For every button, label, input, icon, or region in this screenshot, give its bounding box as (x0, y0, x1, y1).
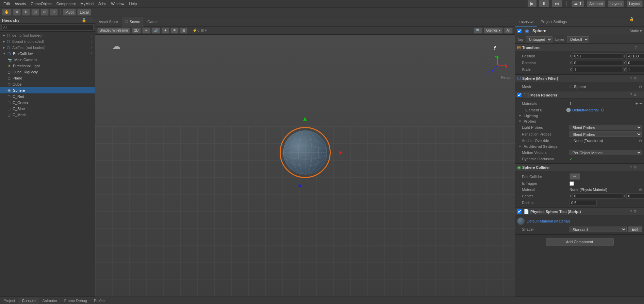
all-btn[interactable]: All (504, 28, 513, 34)
add-material-btn[interactable]: + (635, 101, 638, 106)
material-circle-0[interactable]: ⊙ (601, 107, 605, 112)
reflection-probes-select[interactable]: Blend Probes (569, 131, 642, 137)
rotate-tool[interactable]: ↻ (22, 9, 30, 16)
tree-item-boxcollider[interactable]: ▼ ⬡ BoxCollider* ⋮ (0, 51, 95, 57)
tree-dots-apitest[interactable]: ⋮ (90, 46, 94, 50)
add-component-button[interactable]: Add Component (546, 238, 614, 246)
step-button[interactable]: ⏭ (552, 0, 562, 7)
bottom-tab-framedebug[interactable]: Frame Debug (61, 298, 90, 304)
spherecollider-header[interactable]: ◉ Sphere Collider ? ⚙ ⋮ (515, 164, 644, 171)
hierarchy-menu[interactable]: ⋮ (89, 18, 93, 22)
tree-dots-demo[interactable]: ⋮ (90, 33, 94, 38)
center-x-input[interactable] (573, 193, 623, 199)
hierarchy-lock[interactable]: 🔒 (82, 18, 86, 22)
menu-component[interactable]: Component (54, 0, 78, 7)
bottom-more-btn[interactable]: ⋮ (638, 298, 644, 303)
pivot-button[interactable]: Pivot (63, 9, 76, 16)
dynamic-occlusion-check[interactable]: ✓ (569, 157, 573, 161)
hand-tool[interactable]: ✋ (2, 9, 12, 16)
tab-game[interactable]: Game (144, 17, 161, 26)
shader-edit-btn[interactable]: Edit (628, 226, 642, 232)
menu-mymind[interactable]: MyMind (79, 0, 96, 7)
hidden-toggle[interactable]: 👁 (170, 28, 179, 34)
transform-header[interactable]: ⊞ Transform ? ⋮ (515, 44, 644, 51)
tree-item-cuberidbody[interactable]: ◻ Cube_RigBody (0, 69, 95, 75)
physics-script-checkbox[interactable] (517, 209, 522, 214)
meshrenderer-help-icon[interactable]: ? (630, 93, 632, 97)
tree-item-plane[interactable]: ◻ Plane (0, 75, 95, 81)
layers-button[interactable]: Layers (608, 0, 624, 7)
tree-item-bound[interactable]: ▶ ⬡ Bound (not loaded) ⋮ (0, 38, 95, 44)
tree-item-dirlight[interactable]: ☀ Directional Light (0, 63, 95, 69)
meshrenderer-header[interactable]: ⬛ Mesh Renderer ? ⚙ ⋮ (515, 91, 644, 99)
edit-collider-btn[interactable]: ✏ (569, 173, 580, 180)
collider-help-icon[interactable]: ? (630, 165, 632, 169)
radius-input[interactable] (569, 200, 597, 205)
static-label[interactable]: Static ▾ (629, 29, 642, 33)
tab-inspector[interactable]: Inspector (515, 17, 537, 26)
rot-y-input[interactable] (626, 60, 644, 66)
tree-item-cgreen[interactable]: ◻ C_Green (0, 100, 95, 106)
bottom-tab-animator[interactable]: Animator (39, 298, 61, 304)
audio-toggle[interactable]: 🔊 (151, 28, 160, 34)
tree-item-cblue[interactable]: ◻ C_Blue (0, 106, 95, 112)
script-settings-icon[interactable]: ⚙ (633, 209, 637, 214)
inspector-lock-icon[interactable]: 🔒 (627, 17, 636, 26)
menu-window[interactable]: Window (109, 0, 126, 7)
transform-tool[interactable]: ⊕ (50, 9, 58, 16)
tree-item-cmesh[interactable]: ◻ C_Mesh (0, 112, 95, 118)
meshrenderer-checkbox[interactable] (517, 93, 522, 97)
shader-select[interactable]: Standard (569, 227, 627, 232)
tree-item-cred[interactable]: ◻ C_Red (0, 93, 95, 100)
tree-item-cube[interactable]: ◻ Cube (0, 81, 95, 87)
search-scene-btn[interactable]: 🔍 (474, 28, 482, 34)
move-tool[interactable]: ✥ (13, 9, 21, 16)
tree-item-apitest[interactable]: ▶ ⬡ ApiTest (not loaded) ⋮ (0, 44, 95, 51)
pause-button[interactable]: ⏸ (539, 0, 549, 7)
meshfilter-settings-icon[interactable]: ⚙ (633, 76, 637, 81)
script-menu-icon[interactable]: ⋮ (638, 209, 642, 214)
scale-y-input[interactable] (626, 67, 644, 72)
bottom-tab-project[interactable]: Project (0, 298, 18, 304)
collider-material-circle[interactable]: ⊙ (639, 187, 642, 192)
pos-x-input[interactable] (573, 53, 623, 59)
light-probes-select[interactable]: Blend Probes (569, 125, 642, 130)
tree-item-demo[interactable]: ▶ ⬡ demo (not loaded) ⋮ (0, 32, 95, 38)
menu-assets[interactable]: Assets (13, 0, 28, 7)
meshfilter-menu-icon[interactable]: ⋮ (638, 76, 642, 81)
collab-button[interactable]: ☁ ⬆ (572, 0, 584, 7)
is-trigger-checkbox[interactable] (569, 181, 574, 186)
tree-dots-boxcollider[interactable]: ⋮ (90, 52, 94, 56)
menu-edit[interactable]: Edit (1, 0, 12, 7)
tab-project-settings[interactable]: Project Settings (537, 17, 570, 26)
menu-jobs[interactable]: Jobs (96, 0, 108, 7)
local-button[interactable]: Local (77, 9, 91, 16)
physics-script-header[interactable]: 📄 Physics Sphere Test (Script) ? ⚙ ⋮ (515, 208, 644, 215)
tab-asset-store[interactable]: Asset Store (95, 17, 122, 26)
layout-button[interactable]: Layout (627, 0, 643, 7)
pos-y-input[interactable] (626, 53, 644, 59)
scale-tool[interactable]: ⊞ (31, 9, 39, 16)
mesh-circle-btn[interactable]: ⊙ (639, 85, 642, 89)
scale-x-input[interactable] (573, 67, 623, 72)
meshfilter-header[interactable]: ⬡ Sphere (Mesh Filter) ? ⚙ ⋮ (515, 75, 644, 82)
meshrenderer-menu-icon[interactable]: ⋮ (638, 93, 642, 97)
transform-menu-icon[interactable]: ⋮ (638, 45, 642, 50)
tag-select[interactable]: Untagged (526, 36, 552, 42)
tab-scene[interactable]: ⬡ Scene (122, 17, 144, 26)
script-help-icon[interactable]: ? (630, 209, 632, 214)
meshrenderer-settings-icon[interactable]: ⚙ (633, 93, 637, 97)
light-toggle[interactable]: ☀ (142, 28, 150, 34)
motion-vectors-select[interactable]: Per Object Motion (569, 150, 642, 155)
collider-settings-icon[interactable]: ⚙ (633, 165, 637, 169)
gizmos-btn[interactable]: Gizmos ▾ (484, 28, 503, 34)
layer-select[interactable]: Default (567, 36, 589, 42)
grid-toggle[interactable]: ⊞ (180, 28, 187, 34)
meshfilter-help-icon[interactable]: ? (630, 76, 632, 81)
bottom-tab-profiler[interactable]: Profiler (90, 298, 109, 304)
tree-dots-bound[interactable]: ⋮ (90, 39, 94, 44)
scene-more-btn[interactable]: ⋮ (509, 19, 515, 24)
remove-material-btn[interactable]: − (639, 101, 642, 106)
account-button[interactable]: Account (587, 0, 605, 7)
effects-toggle[interactable]: ✦ (162, 28, 169, 34)
